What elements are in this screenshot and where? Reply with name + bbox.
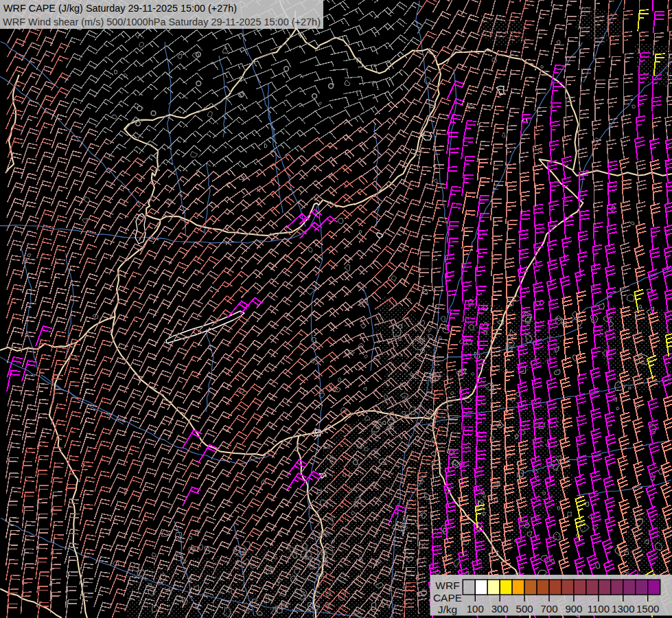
- svg-text:WRF: WRF: [435, 580, 459, 591]
- svg-text:500: 500: [516, 603, 533, 615]
- svg-text:WRF Wind shear (m/s) 500/1000h: WRF Wind shear (m/s) 500/1000hPa Saturda…: [3, 16, 321, 27]
- svg-text:CAPE: CAPE: [433, 592, 462, 604]
- svg-text:1500: 1500: [636, 603, 659, 615]
- svg-text:900: 900: [565, 603, 582, 615]
- svg-text:700: 700: [540, 603, 557, 615]
- svg-text:300: 300: [491, 603, 509, 615]
- svg-text:1100: 1100: [588, 603, 610, 615]
- svg-text:WRF CAPE (J/kg) Saturday 29-11: WRF CAPE (J/kg) Saturday 29-11-2025 15:0…: [3, 2, 237, 14]
- svg-text:1300: 1300: [612, 603, 634, 615]
- svg-text:J/kg: J/kg: [438, 604, 457, 615]
- svg-text:100: 100: [467, 603, 484, 615]
